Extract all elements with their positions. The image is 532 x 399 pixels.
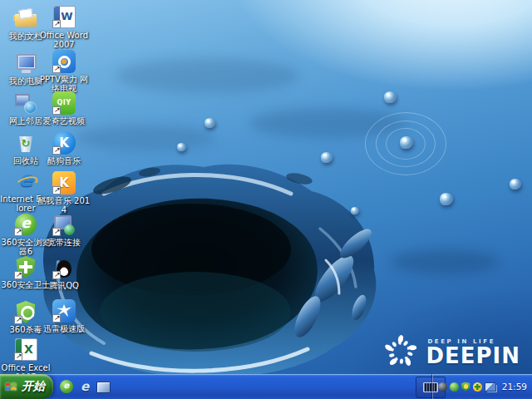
windows-logo-icon [4, 380, 18, 394]
shortcut-arrow-icon [14, 228, 22, 236]
icon-label: 迅雷极速版 [43, 324, 85, 333]
deepin-wordmark: DEEP IN LIFE DEEPIN [426, 338, 520, 366]
wallpaper-shade [116, 58, 299, 93]
tray-green-app-icon[interactable] [450, 382, 459, 392]
icon-broadband-connection[interactable]: 宽带连接 [37, 213, 91, 247]
icon-label: 宽带连接 [47, 238, 81, 247]
water-droplet [440, 193, 453, 205]
shortcut-arrow-icon [14, 316, 22, 324]
taskbar-clock[interactable]: 21:59 [502, 382, 527, 392]
shortcut-arrow-icon [52, 20, 61, 28]
icon-label: 酷狗音乐 [47, 156, 81, 165]
quick-launch-360-browser-icon[interactable] [60, 380, 73, 393]
start-button-label: 开始 [22, 379, 45, 394]
shortcut-arrow-icon [52, 146, 61, 155]
my-computer-icon [14, 52, 37, 75]
shortcut-arrow-icon [14, 352, 22, 361]
icon-label: 酷我音乐 2014 [37, 196, 91, 214]
water-droplet [177, 143, 186, 151]
wallpaper-shade [391, 249, 499, 274]
deepin-name: DEEPIN [426, 347, 520, 366]
tray-app-icon[interactable] [438, 382, 447, 392]
quick-launch-internet-explorer-icon[interactable] [78, 380, 91, 393]
shortcut-arrow-icon [52, 106, 61, 115]
shortcut-arrow-icon [52, 271, 61, 279]
icon-label: 腾讯QQ [49, 281, 79, 290]
icon-kuwo-music[interactable]: 酷我音乐 2014 [37, 171, 91, 214]
icon-iqiyi[interactable]: 爱奇艺视频 [37, 91, 91, 126]
quick-launch-bar [60, 374, 111, 399]
show-desktop-icon[interactable] [96, 382, 111, 393]
shortcut-arrow-icon [52, 314, 61, 323]
network-places-icon [14, 91, 37, 115]
icon-kugou-music[interactable]: 酷狗音乐 [37, 131, 91, 165]
icon-label: Office Word 2007 [37, 31, 91, 49]
360-antivirus-tray-icon[interactable] [473, 382, 482, 392]
desktop-screen: DEEP IN LIFE DEEPIN 我的文档 我的电脑 网上邻居 回收站 I… [0, 0, 532, 399]
water-droplet [510, 179, 521, 190]
shortcut-arrow-icon [52, 228, 61, 236]
icon-pptv[interactable]: PPTV聚力 网络电视 [37, 50, 91, 93]
my-documents-icon [14, 7, 37, 30]
icon-thunder[interactable]: 迅雷极速版 [37, 299, 91, 333]
icon-label: 回收站 [13, 156, 38, 165]
internet-explorer-icon [14, 170, 37, 193]
water-droplet [384, 91, 397, 103]
deepin-swirl-icon [383, 332, 418, 371]
icon-label: PPTV聚力 网络电视 [37, 75, 91, 93]
shortcut-arrow-icon [52, 186, 61, 195]
recycle-bin-icon [14, 131, 37, 155]
icon-office-word[interactable]: Office Word 2007 [37, 5, 91, 49]
deepin-logo: DEEP IN LIFE DEEPIN [383, 332, 520, 371]
shortcut-arrow-icon [52, 65, 61, 73]
network-tray-icon[interactable] [485, 382, 496, 392]
water-droplet [204, 118, 215, 128]
wallpaper-shade [75, 125, 216, 151]
360-shield-tray-icon[interactable] [461, 382, 470, 392]
icon-label: 爱奇艺视频 [43, 116, 85, 126]
system-tray: 21:59 [432, 374, 532, 399]
shortcut-arrow-icon [14, 271, 22, 279]
taskbar: 开始 21:59 [0, 374, 532, 399]
icon-tencent-qq[interactable]: 腾讯QQ [37, 256, 91, 290]
start-button[interactable]: 开始 [0, 374, 53, 399]
